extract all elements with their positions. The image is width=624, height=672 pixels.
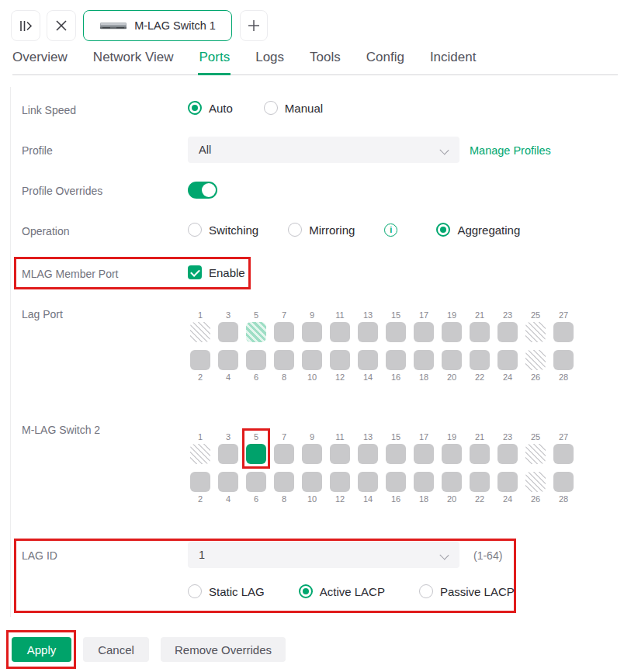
profile-overrides-toggle[interactable]	[188, 182, 217, 199]
port-cell-3[interactable]	[218, 444, 238, 464]
port-cell-28[interactable]	[553, 350, 574, 370]
port-cell-18[interactable]	[414, 350, 434, 370]
port-cell-7[interactable]	[274, 444, 294, 464]
port-cell-12[interactable]	[330, 350, 350, 370]
port-cell-7[interactable]	[274, 322, 294, 342]
mirroring-info-icon[interactable]: i	[384, 223, 397, 237]
port-cell-18[interactable]	[414, 472, 434, 492]
radio-switching[interactable]: Switching	[188, 223, 258, 237]
port-cell-10[interactable]	[302, 350, 322, 370]
apply-button[interactable]: Apply	[12, 637, 71, 662]
port-cell-3[interactable]	[218, 322, 238, 342]
port-cell-28[interactable]	[553, 472, 574, 492]
port-number-label: 2	[198, 372, 203, 382]
port-cell-24[interactable]	[497, 472, 518, 492]
port-cell-8[interactable]	[274, 350, 294, 370]
port-cell-25[interactable]	[525, 322, 546, 342]
port-cell-1[interactable]	[190, 322, 210, 342]
lag-id-select[interactable]: 1	[188, 542, 459, 568]
radio-auto[interactable]: Auto	[188, 101, 233, 115]
port-number-label: 13	[363, 310, 373, 320]
tab-logs[interactable]: Logs	[255, 50, 284, 65]
manage-profiles-link[interactable]: Manage Profiles	[470, 144, 551, 157]
radio-manual-label: Manual	[285, 102, 323, 115]
port-cell-26[interactable]	[525, 472, 546, 492]
port-cell-17[interactable]	[414, 322, 434, 342]
collapse-sidebar-button[interactable]	[11, 10, 40, 41]
add-tab-button[interactable]	[240, 10, 268, 41]
link-speed-options: Auto Manual	[188, 101, 323, 115]
radio-mirroring[interactable]: Mirroring	[288, 223, 355, 237]
port-cell-20[interactable]	[442, 350, 462, 370]
tab-incident[interactable]: Incident	[430, 50, 477, 65]
port-cell-19[interactable]	[442, 322, 462, 342]
port-cell-9[interactable]	[302, 322, 322, 342]
port-cell-10[interactable]	[302, 472, 322, 492]
radio-active-lacp[interactable]: Active LACP	[299, 584, 385, 598]
port-cell-14[interactable]	[358, 472, 378, 492]
port-cell-17[interactable]	[414, 444, 434, 464]
lag-mode-options: Static LAG Active LACP Passive LACP	[188, 584, 515, 598]
port-cell-12[interactable]	[330, 472, 350, 492]
port-cell-6[interactable]	[246, 472, 266, 492]
port-column: 2526	[525, 310, 546, 382]
port-cell-22[interactable]	[470, 350, 490, 370]
device-tab[interactable]: M-LAG Switch 1	[83, 10, 232, 41]
port-cell-13[interactable]	[358, 322, 378, 342]
radio-aggregating[interactable]: Aggregating	[436, 223, 520, 237]
tab-config[interactable]: Config	[366, 50, 404, 65]
port-cell-11[interactable]	[330, 322, 350, 342]
remove-overrides-button[interactable]: Remove Overrides	[161, 637, 286, 662]
port-cell-20[interactable]	[442, 472, 462, 492]
port-cell-23[interactable]	[497, 322, 518, 342]
port-number-label: 20	[447, 372, 456, 382]
port-cell-25[interactable]	[525, 444, 546, 464]
port-cell-15[interactable]	[386, 322, 406, 342]
mlag-enable-checkbox-option[interactable]: Enable	[188, 265, 245, 279]
port-cell-6[interactable]	[246, 350, 266, 370]
port-cell-19[interactable]	[442, 444, 462, 464]
port-column: 910	[302, 310, 322, 382]
port-cell-27[interactable]	[553, 444, 574, 464]
port-cell-5[interactable]	[246, 322, 266, 342]
tab-ports[interactable]: Ports	[199, 50, 230, 65]
port-cell-8[interactable]	[274, 472, 294, 492]
radio-static-lag[interactable]: Static LAG	[188, 584, 265, 598]
tab-tools[interactable]: Tools	[310, 50, 341, 65]
tab-overview[interactable]: Overview	[12, 50, 68, 65]
port-cell-27[interactable]	[553, 322, 574, 342]
port-cell-24[interactable]	[497, 350, 518, 370]
port-number-label: 17	[419, 310, 428, 320]
port-cell-23[interactable]	[497, 444, 518, 464]
ports-settings-page: M-LAG Switch 1 Overview Network View Por…	[0, 0, 624, 672]
port-cell-4[interactable]	[218, 472, 238, 492]
port-cell-21[interactable]	[470, 322, 490, 342]
port-cell-16[interactable]	[386, 472, 406, 492]
port-cell-11[interactable]	[330, 444, 350, 464]
port-cell-2[interactable]	[190, 350, 210, 370]
port-number-label: 1	[198, 310, 203, 320]
port-cell-14[interactable]	[358, 350, 378, 370]
close-tab-button[interactable]	[47, 10, 76, 41]
radio-mirroring-icon	[288, 223, 302, 237]
radio-passive-lacp[interactable]: Passive LACP	[419, 584, 515, 598]
port-cell-1[interactable]	[190, 444, 210, 464]
port-cell-15[interactable]	[386, 444, 406, 464]
radio-manual[interactable]: Manual	[264, 101, 323, 115]
port-cell-22[interactable]	[470, 472, 490, 492]
port-cell-21[interactable]	[470, 444, 490, 464]
port-column: 1112	[330, 432, 350, 504]
port-cell-5[interactable]	[246, 444, 266, 464]
tab-network-view[interactable]: Network View	[93, 50, 174, 65]
port-cell-13[interactable]	[358, 444, 378, 464]
port-cell-26[interactable]	[525, 350, 546, 370]
port-cell-16[interactable]	[386, 350, 406, 370]
port-cell-2[interactable]	[190, 472, 210, 492]
profile-select[interactable]: All	[188, 137, 459, 163]
cancel-button[interactable]: Cancel	[83, 637, 149, 662]
operation-options: Switching Mirroring i Aggregating	[188, 223, 520, 237]
port-number-label: 9	[310, 310, 314, 320]
port-cell-4[interactable]	[218, 350, 238, 370]
port-cell-9[interactable]	[302, 444, 322, 464]
port-number-label: 12	[335, 494, 345, 504]
